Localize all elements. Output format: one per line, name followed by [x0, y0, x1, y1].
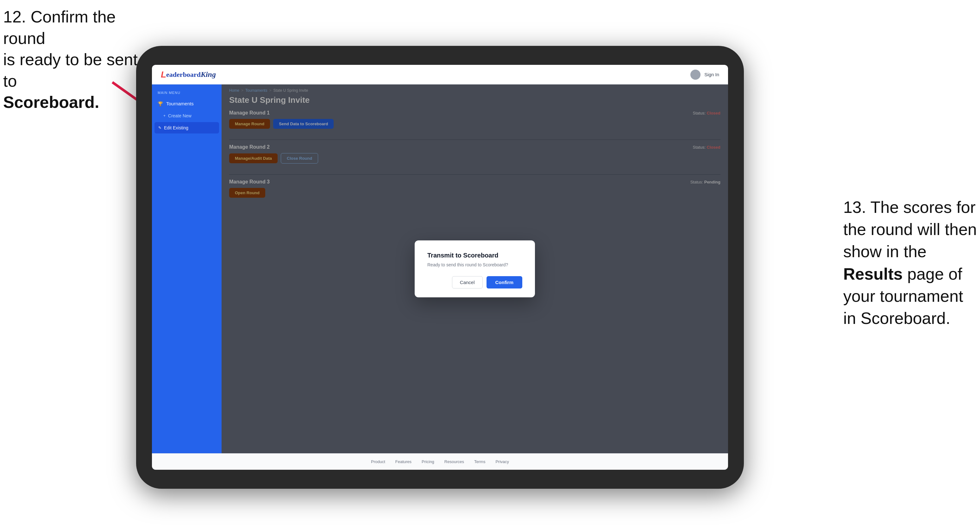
- main-layout: MAIN MENU 🏆 Tournaments + Create New ✎ E…: [152, 84, 728, 453]
- top-nav: L eaderboard King Sign In: [152, 65, 728, 84]
- sidebar-item-create-new[interactable]: + Create New: [152, 110, 221, 121]
- footer-features[interactable]: Features: [395, 459, 412, 464]
- plus-icon: +: [163, 114, 165, 118]
- footer-terms[interactable]: Terms: [474, 459, 485, 464]
- trophy-icon: 🏆: [158, 101, 163, 106]
- annotation-right-line5: your tournament: [843, 287, 963, 305]
- modal-subtitle: Ready to send this round to Scoreboard?: [427, 262, 522, 267]
- tablet-shell: L eaderboard King Sign In MAIN MENU 🏆 To…: [136, 46, 744, 489]
- nav-right: Sign In: [690, 70, 719, 80]
- annotation-right-line2: the round will then: [843, 220, 977, 238]
- modal-box: Transmit to Scoreboard Ready to send thi…: [415, 240, 535, 297]
- annotation-top: 12. Confirm the round is ready to be sen…: [3, 6, 149, 113]
- sidebar-item-edit-existing[interactable]: ✎ Edit Existing: [154, 122, 219, 133]
- footer-resources[interactable]: Resources: [444, 459, 464, 464]
- modal-buttons: Cancel Confirm: [427, 276, 522, 289]
- main-menu-label: MAIN MENU: [152, 91, 221, 97]
- modal-backdrop: Transmit to Scoreboard Ready to send thi…: [221, 84, 728, 453]
- modal-cancel-button[interactable]: Cancel: [452, 276, 483, 289]
- sidebar: MAIN MENU 🏆 Tournaments + Create New ✎ E…: [152, 84, 221, 453]
- annotation-right-line6: in Scoreboard.: [843, 309, 950, 327]
- footer-product[interactable]: Product: [371, 459, 385, 464]
- edit-existing-label: Edit Existing: [164, 125, 188, 130]
- sidebar-item-tournaments[interactable]: 🏆 Tournaments: [152, 97, 221, 110]
- annotation-right-line3: show in the: [843, 242, 926, 261]
- annotation-line2: is ready to be sent to: [3, 50, 138, 90]
- logo-main: eaderboard: [166, 71, 201, 79]
- sign-in-button[interactable]: Sign In: [704, 72, 719, 77]
- modal-confirm-button[interactable]: Confirm: [487, 276, 523, 289]
- logo-king: King: [201, 70, 216, 79]
- annotation-right: 13. The scores for the round will then s…: [843, 196, 977, 329]
- annotation-line3: Scoreboard.: [3, 93, 99, 111]
- modal-title: Transmit to Scoreboard: [427, 252, 522, 259]
- annotation-right-line1: 13. The scores for: [843, 198, 975, 216]
- logo: L eaderboard King: [161, 70, 216, 80]
- edit-icon: ✎: [158, 125, 161, 130]
- avatar: [690, 70, 700, 80]
- create-new-label: Create New: [168, 113, 191, 118]
- footer: Product Features Pricing Resources Terms…: [152, 453, 728, 470]
- annotation-right-bold: Results: [843, 265, 903, 283]
- logo-l: L: [161, 70, 166, 80]
- annotation-right-line4rest: page of: [903, 265, 962, 283]
- annotation-line1: 12. Confirm the round: [3, 8, 116, 48]
- footer-pricing[interactable]: Pricing: [422, 459, 434, 464]
- footer-privacy[interactable]: Privacy: [495, 459, 509, 464]
- tournaments-label: Tournaments: [166, 101, 194, 106]
- tablet-screen: L eaderboard King Sign In MAIN MENU 🏆 To…: [152, 65, 728, 470]
- content-area: Home > Tournaments > State U Spring Invi…: [221, 84, 728, 453]
